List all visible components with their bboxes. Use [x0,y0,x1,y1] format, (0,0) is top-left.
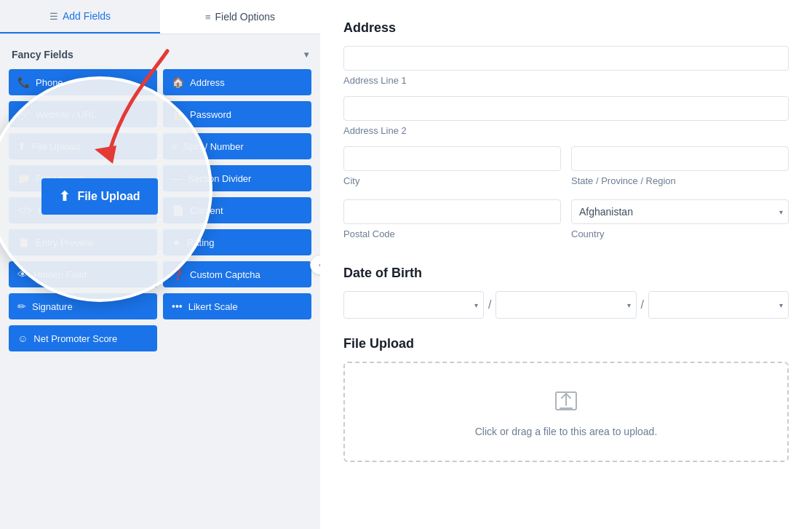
address-button[interactable]: 🏠 Address [163,69,311,95]
left-panel: ☰ Add Fields ≡ Field Options Fancy Field… [0,0,320,529]
file-upload2-icon: 📁 [17,172,30,184]
state-input[interactable] [571,146,789,171]
add-fields-icon: ☰ [49,11,58,22]
section-divider-button[interactable]: — Section Divider [163,165,311,191]
tabs-bar: ☰ Add Fields ≡ Field Options [0,0,320,34]
address-section-title: Address [343,20,789,36]
date-separator-2: / [641,298,644,311]
country-label: Country [571,228,789,239]
address-line1-field: Address Line 1 [343,46,789,86]
likert-icon: ••• [172,301,183,312]
html-button[interactable]: </> HTML [9,197,157,223]
signature-button[interactable]: ✏ Signature [9,293,157,319]
content-label: Content [190,205,223,216]
country-field: Afghanistan Albania Algeria United State… [571,199,789,242]
file-upload-icon: ⬆ [17,140,26,152]
date-separator-1: / [488,298,491,311]
captcha-label: Custom Captcha [190,269,260,280]
password-label: Password [190,109,231,120]
nps-button[interactable]: ☺ Net Promoter Score [9,325,157,351]
country-select[interactable]: Afghanistan Albania Algeria United State… [571,199,789,224]
dob-section-title: Date of Birth [343,266,789,281]
address-line1-label: Address Line 1 [343,75,789,86]
fields-panel: Fancy Fields ▾ 📞 Phone 🏠 Address 🔗 Websi… [0,34,320,529]
address-line2-field: Address Line 2 [343,96,789,136]
password-button[interactable]: 🔒 Password [163,101,311,127]
spin-icon: # [172,140,178,152]
rating-label: Rating [187,237,215,248]
dob-month-wrapper: JanuaryFebruaryMarch AprilMayJune JulyAu… [343,291,484,319]
phone-button[interactable]: 📞 Phone [9,69,157,95]
dob-day-wrapper: ▾ [495,291,636,319]
phone-icon: 📞 [17,76,30,88]
city-field: City [343,146,561,189]
html-icon: </> [17,204,32,216]
fancy-fields-label: Fancy Fields [12,49,73,60]
address-line1-input[interactable] [343,46,789,71]
tab-add-fields[interactable]: ☰ Add Fields [0,0,160,33]
entry-preview-label: Entry Preview [36,237,94,248]
fancy-fields-header: Fancy Fields ▾ [9,44,311,69]
state-label: State / Province / Region [571,175,789,186]
tab-field-options[interactable]: ≡ Field Options [160,0,320,33]
nps-label: Net Promoter Score [33,333,117,344]
chevron-down-icon[interactable]: ▾ [304,49,309,60]
fields-grid: 📞 Phone 🏠 Address 🔗 Website / URL 🔒 Pass… [9,69,311,351]
hidden-icon: 👁 [17,269,28,280]
file-upload2-label: File Upload [36,173,84,184]
likert-button[interactable]: ••• Likert Scale [163,293,311,319]
section-icon: — [172,172,182,184]
right-panel: Address Address Line 1 Address Line 2 Ci… [320,0,812,529]
dob-year-select[interactable] [648,291,789,319]
address-line2-input[interactable] [343,96,789,121]
hidden-field-button[interactable]: 👁 Hidden Field [9,261,157,287]
tab-add-fields-label: Add Fields [63,10,111,22]
password-icon: 🔒 [172,108,184,120]
address-line2-label: Address Line 2 [343,125,789,136]
content-icon: 📄 [172,204,184,216]
website-icon: 🔗 [17,108,30,120]
html-label: HTML [38,205,63,216]
field-options-icon: ≡ [205,12,211,23]
dob-year-wrapper: ▾ [648,291,789,319]
signature-icon: ✏ [17,301,26,312]
signature-label: Signature [32,301,73,312]
website-label: Website / URL [36,109,97,120]
file-upload-label: File Upload [32,141,80,152]
postal-label: Postal Code [343,228,561,239]
section-label: Section Divider [188,173,251,184]
city-label: City [343,175,561,186]
website-button[interactable]: 🔗 Website / URL [9,101,157,127]
dob-month-select[interactable]: JanuaryFebruaryMarch AprilMayJune JulyAu… [343,291,484,319]
content-button[interactable]: 📄 Content [163,197,311,223]
likert-label: Likert Scale [188,301,238,312]
entry-preview-icon: 📋 [17,236,30,248]
city-state-row: City State / Province / Region [343,146,789,199]
tab-field-options-label: Field Options [215,11,275,23]
captcha-button[interactable]: ❓ Custom Captcha [163,261,311,287]
rating-button[interactable]: ★ Rating [163,229,311,255]
state-field: State / Province / Region [571,146,789,189]
postal-input[interactable] [343,199,561,224]
hidden-label: Hidden Field [33,269,87,280]
file-section-title: File Upload [343,336,789,351]
spin-button[interactable]: # Spin / Number [163,133,311,159]
phone-label: Phone [36,77,63,88]
file-upload2-button[interactable]: 📁 File Upload [9,165,157,191]
address-label: Address [190,77,225,88]
country-select-wrapper: Afghanistan Albania Algeria United State… [571,199,789,224]
rating-icon: ★ [172,236,181,248]
address-icon: 🏠 [172,76,184,88]
upload-icon [552,386,581,418]
file-upload-box[interactable]: Click or drag a file to this area to upl… [343,362,789,462]
entry-preview-button[interactable]: 📋 Entry Preview [9,229,157,255]
city-input[interactable] [343,146,561,171]
spin-label: Spin / Number [183,141,244,152]
postal-country-row: Postal Code Afghanistan Albania Algeria … [343,199,789,252]
nps-icon: ☺ [17,333,28,344]
file-upload-button[interactable]: ⬆ File Upload [9,133,157,159]
upload-text: Click or drag a file to this area to upl… [475,426,658,437]
dob-day-select[interactable] [495,291,636,319]
captcha-icon: ❓ [172,269,184,280]
postal-field: Postal Code [343,199,561,242]
